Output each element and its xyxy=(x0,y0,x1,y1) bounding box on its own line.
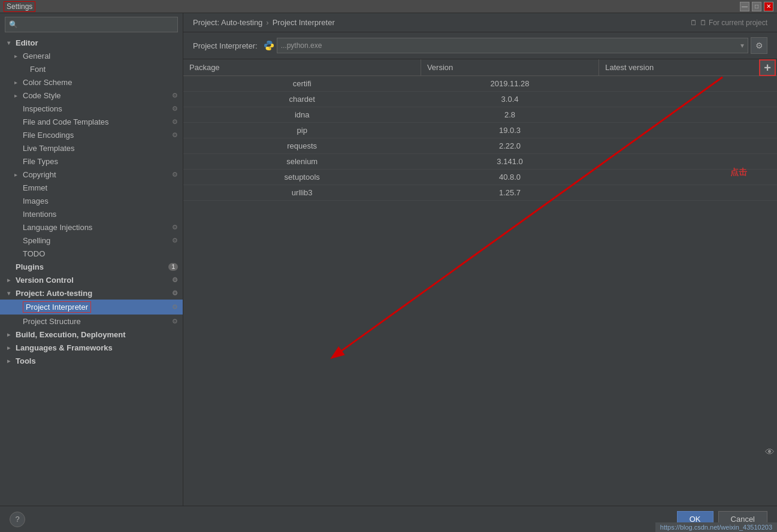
sidebar-item-general[interactable]: ▸ General xyxy=(0,49,183,62)
sidebar-item-file-types[interactable]: File Types xyxy=(0,155,183,168)
sidebar-tree: ▾ Editor ▸ General Font ▸ Color Scheme ▸ xyxy=(0,36,183,506)
sidebar-item-project-structure[interactable]: Project Structure ⚙ xyxy=(0,315,183,328)
sidebar-item-label-build-execution-deployment: Build, Execution, Deployment xyxy=(16,330,125,339)
package-latest-chardet xyxy=(599,92,777,107)
for-current-project-badge: 🗒 🗒 For current project xyxy=(690,19,767,27)
settings-icon-spelling: ⚙ xyxy=(172,237,178,244)
sidebar-item-plugins[interactable]: Plugins 1 xyxy=(0,260,183,273)
help-button[interactable]: ? xyxy=(10,512,25,527)
settings-icon-inspections: ⚙ xyxy=(172,105,178,113)
breadcrumb-separator: › xyxy=(266,18,268,27)
annotation-label: 点击 xyxy=(730,167,747,177)
sidebar-item-label-color-scheme: Color Scheme xyxy=(23,78,72,87)
sidebar-item-emmet[interactable]: Emmet xyxy=(0,181,183,194)
breadcrumb-project: Project: Auto-testing xyxy=(193,18,262,27)
sidebar-item-build-execution-deployment[interactable]: ▸ Build, Execution, Deployment xyxy=(0,328,183,341)
package-name-urllib3: urllib3 xyxy=(183,185,421,201)
package-latest-idna xyxy=(599,107,777,123)
table-row[interactable]: setuptools 40.8.0 xyxy=(183,170,777,185)
search-input[interactable] xyxy=(20,20,174,29)
maximize-button[interactable]: □ xyxy=(752,2,761,11)
sidebar-item-label-file-and-code-templates: File and Code Templates xyxy=(23,117,109,126)
eye-icon: 👁 xyxy=(765,447,775,457)
sidebar-item-live-templates[interactable]: Live Templates xyxy=(0,141,183,155)
sidebar-item-intentions[interactable]: Intentions xyxy=(0,207,183,220)
package-name-certifi: certifi xyxy=(183,76,421,92)
interpreter-dropdown[interactable]: ...python.exe ▾ xyxy=(277,38,748,53)
sidebar-item-color-scheme[interactable]: ▸ Color Scheme xyxy=(0,75,183,89)
package-name-pip: pip xyxy=(183,123,421,138)
window-title: Settings xyxy=(4,1,35,12)
sidebar-item-project-auto-testing[interactable]: ▾ Project: Auto-testing ⚙ xyxy=(0,286,183,300)
url-bar: https://blog.csdn.net/weixin_43510203 xyxy=(655,522,777,532)
sidebar-item-inspections[interactable]: Inspections ⚙ xyxy=(0,102,183,115)
sidebar-item-label-general: General xyxy=(23,52,50,61)
package-name-idna: idna xyxy=(183,107,421,123)
plugins-badge: 1 xyxy=(168,263,178,271)
table-row[interactable]: selenium 3.141.0 xyxy=(183,154,777,170)
sidebar-item-label-code-style: Code Style xyxy=(23,91,61,100)
sidebar-item-version-control[interactable]: ▸ Version Control ⚙ xyxy=(0,273,183,286)
sidebar-item-font[interactable]: Font xyxy=(0,62,183,75)
main-container: 🔍 ▾ Editor ▸ General Font ▸ Color S xyxy=(0,13,777,506)
eye-button[interactable]: 👁 xyxy=(765,447,775,458)
sidebar-item-spelling[interactable]: Spelling ⚙ xyxy=(0,234,183,247)
package-version-certifi: 2019.11.28 xyxy=(421,76,598,92)
sidebar-item-label-spelling: Spelling xyxy=(23,236,50,245)
window-controls[interactable]: — □ ✕ xyxy=(740,2,773,11)
breadcrumb-bar: Project: Auto-testing › Project Interpre… xyxy=(183,13,777,32)
table-row[interactable]: urllib3 1.25.7 xyxy=(183,185,777,201)
sidebar-item-language-injections[interactable]: Language Injections ⚙ xyxy=(0,220,183,234)
col-header-latest-version: Latest version xyxy=(599,59,777,76)
sidebar-item-project-interpreter[interactable]: Project Interpreter ⚙ xyxy=(0,300,183,315)
packages-container: Package Version Latest version certifi 2… xyxy=(183,59,777,506)
sidebar-item-file-and-code-templates[interactable]: File and Code Templates ⚙ xyxy=(0,115,183,128)
package-name-selenium: selenium xyxy=(183,154,421,170)
settings-icon-file-encodings: ⚙ xyxy=(172,131,178,139)
add-package-button[interactable]: + xyxy=(759,59,776,76)
package-latest-selenium xyxy=(599,154,777,170)
package-version-idna: 2.8 xyxy=(421,107,598,123)
project-badge-text: 🗒 For current project xyxy=(700,19,767,27)
sidebar-item-label-project-auto-testing: Project: Auto-testing xyxy=(16,289,92,298)
sidebar-item-label-font: Font xyxy=(30,65,46,74)
content-area: Project: Auto-testing › Project Interpre… xyxy=(183,13,777,506)
package-version-pip: 19.0.3 xyxy=(421,123,598,138)
packages-table-scroll[interactable]: certifi 2019.11.28 chardet 3.0.4 idna 2.… xyxy=(183,76,777,504)
interpreter-label: Project Interpreter: xyxy=(193,41,258,50)
sidebar-item-file-encodings[interactable]: File Encodings ⚙ xyxy=(0,128,183,141)
package-version-requests: 2.22.0 xyxy=(421,138,598,154)
sidebar-item-copyright[interactable]: ▸ Copyright ⚙ xyxy=(0,168,183,181)
table-row[interactable]: certifi 2019.11.28 xyxy=(183,76,777,92)
package-version-chardet: 3.0.4 xyxy=(421,92,598,107)
package-version-setuptools: 40.8.0 xyxy=(421,170,598,185)
sidebar-item-images[interactable]: Images xyxy=(0,194,183,207)
close-button[interactable]: ✕ xyxy=(764,2,773,11)
sidebar-item-todo[interactable]: TODO xyxy=(0,247,183,260)
sidebar-item-languages-frameworks[interactable]: ▸ Languages & Frameworks xyxy=(0,341,183,354)
table-row[interactable]: chardet 3.0.4 xyxy=(183,92,777,107)
search-box[interactable]: 🔍 xyxy=(5,17,178,32)
interpreter-gear-button[interactable]: ⚙ xyxy=(751,37,767,54)
sidebar-item-label-languages-frameworks: Languages & Frameworks xyxy=(16,343,113,352)
bottom-bar: ? OK Cancel https://blog.csdn.net/weixin… xyxy=(0,506,777,532)
title-bar: Settings — □ ✕ xyxy=(0,0,777,13)
sidebar-item-tools[interactable]: ▸ Tools xyxy=(0,354,183,367)
url-text: https://blog.csdn.net/weixin_43510203 xyxy=(660,524,772,531)
sidebar-item-label-plugins: Plugins xyxy=(16,262,44,271)
sidebar-item-label-project-structure: Project Structure xyxy=(23,317,81,326)
col-header-package: Package xyxy=(183,59,421,76)
col-header-version: Version xyxy=(421,59,598,76)
table-row[interactable]: idna 2.8 xyxy=(183,107,777,123)
table-row[interactable]: requests 2.22.0 xyxy=(183,138,777,154)
sidebar-item-editor[interactable]: ▾ Editor xyxy=(0,36,183,49)
interpreter-row: Project Interpreter: xyxy=(183,32,777,59)
minimize-button[interactable]: — xyxy=(740,2,749,11)
help-icon: ? xyxy=(15,515,19,524)
package-latest-requests xyxy=(599,138,777,154)
table-row[interactable]: pip 19.0.3 xyxy=(183,123,777,138)
dropdown-arrow: ▾ xyxy=(740,41,744,50)
sidebar-item-code-style[interactable]: ▸ Code Style ⚙ xyxy=(0,89,183,102)
settings-icon-lang-inject: ⚙ xyxy=(172,223,178,231)
expand-arrow-copyright: ▸ xyxy=(14,171,20,178)
